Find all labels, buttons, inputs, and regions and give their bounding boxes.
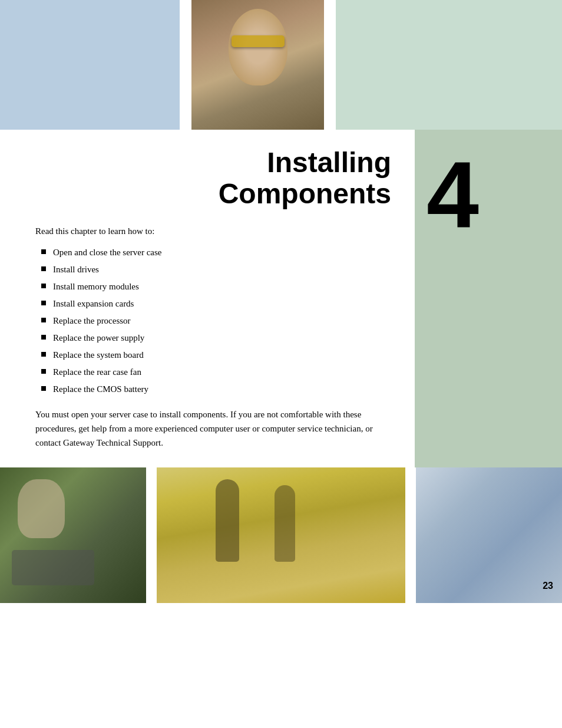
title-line2: Components — [219, 178, 391, 209]
bullet-icon — [41, 335, 46, 340]
bullet-text: Install drives — [53, 263, 99, 276]
bullet-text: Install memory modules — [53, 281, 139, 293]
bottom-image-right: 23 — [416, 467, 562, 603]
bottom-image-left — [0, 467, 146, 603]
page-number: 23 — [543, 581, 553, 591]
bullet-icon — [41, 352, 46, 357]
top-image-left — [0, 0, 180, 130]
body-text: You must open your server case to instal… — [35, 407, 391, 450]
intro-text: Read this chapter to learn how to: — [35, 225, 391, 238]
bullet-text: Replace the system board — [53, 349, 144, 361]
top-image-center — [191, 0, 324, 130]
bottom-image-strip: 23 — [0, 467, 562, 603]
list-item: Replace the system board — [41, 349, 391, 361]
bullet-icon — [41, 318, 46, 322]
bottom-gap2 — [405, 467, 416, 603]
list-item: Open and close the server case — [41, 246, 391, 259]
list-item: Install memory modules — [41, 281, 391, 293]
chapter-sidebar: 4 — [415, 130, 562, 467]
chapter-title: Installing Components — [35, 147, 391, 210]
bullet-icon — [41, 284, 46, 288]
bullet-text: Replace the processor — [53, 315, 131, 327]
top-image-strip — [0, 0, 562, 130]
bullet-text: Replace the rear case fan — [53, 366, 141, 378]
bullet-list: Open and close the server caseInstall dr… — [41, 246, 391, 396]
gap1 — [180, 0, 191, 130]
bottom-gap1 — [146, 467, 157, 603]
title-line1: Installing — [267, 147, 391, 178]
chapter-number: 4 — [427, 147, 479, 242]
top-image-right — [336, 0, 562, 130]
bullet-icon — [41, 266, 46, 271]
list-item: Replace the CMOS battery — [41, 383, 391, 396]
bullet-text: Install expansion cards — [53, 298, 134, 310]
list-item: Replace the processor — [41, 315, 391, 327]
main-content-wrapper: Installing Components Read this chapter … — [0, 130, 562, 467]
bullet-text: Replace the power supply — [53, 332, 144, 344]
main-content-left: Installing Components Read this chapter … — [0, 130, 415, 467]
bottom-image-center — [157, 467, 405, 603]
bullet-icon — [41, 386, 46, 391]
list-item: Replace the rear case fan — [41, 366, 391, 378]
gap2 — [324, 0, 336, 130]
list-item: Replace the power supply — [41, 332, 391, 344]
bullet-icon — [41, 249, 46, 254]
list-item: Install expansion cards — [41, 298, 391, 310]
face-image — [191, 0, 324, 130]
bullet-icon — [41, 301, 46, 305]
chapter-title-block: Installing Components — [35, 147, 391, 210]
list-item: Install drives — [41, 263, 391, 276]
bullet-text: Open and close the server case — [53, 246, 162, 259]
bullet-text: Replace the CMOS battery — [53, 383, 148, 396]
bullet-icon — [41, 369, 46, 374]
